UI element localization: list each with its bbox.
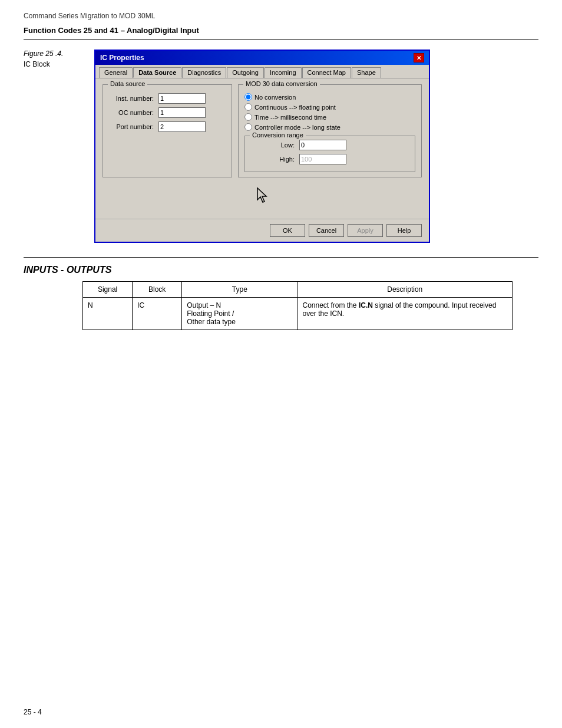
mod30-legend: MOD 30 data conversion [243,80,320,87]
low-row: Low: [250,140,410,150]
port-number-input[interactable] [158,121,206,132]
port-number-row: Port number: [109,121,226,132]
doc-footer: 25 - 4 [24,708,42,716]
tab-incoming[interactable]: Incoming [265,67,302,78]
low-input[interactable] [299,140,346,150]
tab-diagnostics[interactable]: Diagnostics [182,67,226,78]
header-block: Block [133,282,182,298]
cursor-icon [255,187,269,203]
apply-button[interactable]: Apply [348,224,383,237]
inputs-outputs-title: INPUTS - OUTPUTS [24,265,538,275]
oc-number-input[interactable] [158,107,206,118]
cursor-area [103,177,422,213]
ok-button[interactable]: OK [270,224,305,237]
dialog-titlebar: IC Properties ✕ [95,51,429,65]
inputs-outputs-divider [24,257,538,258]
cell-type: Output – NFloating Point /Other data typ… [182,298,297,330]
header-signal: Signal [83,282,133,298]
radio-no-conversion-label: No conversion [254,94,296,101]
high-label: High: [250,156,297,163]
figure-area: Figure 25 .4. IC Block IC Properties ✕ G… [24,50,538,243]
radio-no-conversion-input[interactable] [244,93,252,101]
radio-time-input[interactable] [244,113,252,121]
dialog-title: IC Properties [100,54,144,62]
caption-sub: IC Block [24,60,82,68]
tab-shape[interactable]: Shape [352,67,381,78]
tab-connect-map[interactable]: Connect Map [302,67,351,78]
inst-number-input[interactable] [158,93,206,104]
conversion-range-box: Conversion range Low: High: [244,136,415,172]
radio-time-label: Time --> millisecond time [254,114,326,121]
data-source-box: Data source Inst. number: OC number: Por… [103,84,232,177]
radio-continuous: Continuous --> floating point [244,103,415,111]
header-type: Type [182,282,297,298]
oc-number-row: OC number: [109,107,226,118]
radio-controller: Controller mode --> long state [244,123,415,131]
mod30-conversion-box: MOD 30 data conversion No conversion Con… [238,84,422,177]
cell-description: Connect from the IC.N signal of the comp… [297,298,513,330]
port-number-label: Port number: [109,123,156,130]
radio-controller-input[interactable] [244,123,252,131]
doc-section-title: Function Codes 25 and 41 – Analog/Digita… [24,26,538,35]
dialog-buttons: OK Cancel Apply Help [95,219,429,242]
section-divider [24,39,538,40]
data-source-legend: Data source [108,80,147,87]
radio-controller-label: Controller mode --> long state [254,124,340,131]
table-header-row: Signal Block Type Description [83,282,513,298]
caption-title: Figure 25 .4. [24,50,82,58]
cell-block: IC [133,298,182,330]
bold-icn: IC.N [359,301,373,309]
conversion-range-legend: Conversion range [250,131,306,139]
ic-properties-dialog: IC Properties ✕ General Data Source Diag… [94,50,430,243]
header-description: Description [297,282,513,298]
cell-signal: N [83,298,133,330]
dialog-body: Data source Inst. number: OC number: Por… [103,84,422,177]
high-input[interactable] [299,154,346,164]
tab-data-source[interactable]: Data Source [133,67,181,78]
radio-continuous-label: Continuous --> floating point [254,104,336,111]
oc-number-label: OC number: [109,109,156,116]
io-table: Signal Block Type Description N IC Outpu… [82,281,513,330]
radio-no-conversion: No conversion [244,93,415,101]
tab-general[interactable]: General [99,67,133,78]
table-row: N IC Output – NFloating Point /Other dat… [83,298,513,330]
low-label: Low: [250,141,297,149]
radio-continuous-input[interactable] [244,103,252,111]
dialog-tabs: General Data Source Diagnostics Outgoing… [95,65,429,78]
inst-number-row: Inst. number: [109,93,226,104]
dialog-content: Data source Inst. number: OC number: Por… [95,78,429,219]
dialog-close-button[interactable]: ✕ [414,53,424,62]
radio-time: Time --> millisecond time [244,113,415,121]
high-row: High: [250,154,410,164]
help-button[interactable]: Help [386,224,422,237]
tab-outgoing[interactable]: Outgoing [227,67,264,78]
inst-number-label: Inst. number: [109,95,156,102]
doc-header: Command Series Migration to MOD 30ML [24,12,538,20]
figure-caption: Figure 25 .4. IC Block [24,50,82,243]
cancel-button[interactable]: Cancel [309,224,344,237]
